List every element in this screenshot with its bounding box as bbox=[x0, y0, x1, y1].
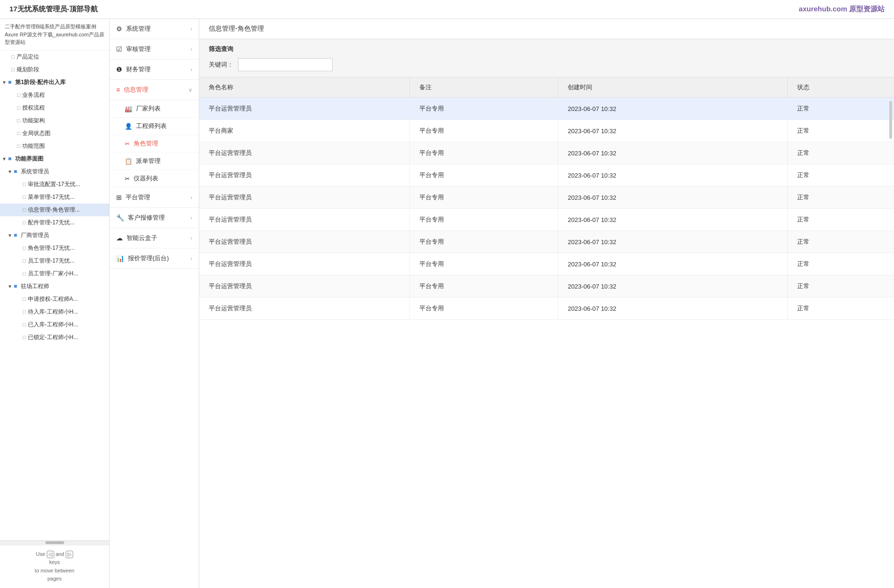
sidebar-item-菜单管理[interactable]: □ 菜单管理-17无忧... bbox=[0, 191, 109, 204]
page-icon: □ bbox=[17, 105, 20, 111]
sidebar-item-规划阶段[interactable]: □ 规划阶段 bbox=[0, 63, 109, 76]
nav-item-审核管理[interactable]: ☑ 审核管理 › bbox=[110, 39, 199, 60]
cell-created: 2023-06-07 10:32 bbox=[558, 187, 788, 209]
col-created: 创建时间 bbox=[558, 77, 788, 98]
cell-created: 2023-06-07 10:32 bbox=[558, 120, 788, 142]
sidebar-item-待入库[interactable]: □ 待入库-工程师小H... bbox=[0, 306, 109, 318]
sidebar-bottom-hint: Use ◁ and ▷ keys to move between pages bbox=[0, 545, 109, 588]
page-icon: □ bbox=[23, 322, 26, 327]
cell-role: 平台运营管理员 bbox=[199, 187, 409, 209]
sidebar-item-业务流程[interactable]: □ 业务流程 bbox=[0, 89, 109, 102]
nav-item-平台管理[interactable]: ⊞ 平台管理 › bbox=[110, 187, 199, 208]
cell-status: 正常 bbox=[788, 275, 894, 298]
sidebar-folder-engineer[interactable]: ▼ ■ 驻场工程师 bbox=[0, 280, 109, 293]
cell-status: 正常 bbox=[788, 164, 894, 187]
nav-item-信息管理[interactable]: ≡ 信息管理 ∨ bbox=[110, 80, 199, 100]
table-row[interactable]: 平台运营管理员 平台专用 2023-06-07 10:32 正常 bbox=[199, 164, 894, 187]
sidebar-item-授权流程[interactable]: □ 授权流程 bbox=[0, 102, 109, 114]
table-row[interactable]: 平台运营管理员 平台专用 2023-06-07 10:32 正常 bbox=[199, 298, 894, 320]
table-row[interactable]: 平台运营管理员 平台专用 2023-06-07 10:32 正常 bbox=[199, 98, 894, 120]
page-icon: □ bbox=[23, 271, 26, 276]
table-row[interactable]: 平台商家 平台专用 2023-06-07 10:32 正常 bbox=[199, 120, 894, 142]
nav-sub-item-角色管理[interactable]: ✂ 角色管理 bbox=[110, 135, 199, 153]
cell-note: 平台专用 bbox=[409, 98, 558, 120]
money-icon: ❶ bbox=[116, 66, 122, 73]
col-role-name: 角色名称 bbox=[199, 77, 409, 98]
chevron-right-icon: › bbox=[190, 26, 192, 32]
sidebar-item-配件管理[interactable]: □ 配件管理-17无忧... bbox=[0, 216, 109, 229]
chevron-right-icon: › bbox=[190, 235, 192, 241]
nav-item-智能云盒子[interactable]: ☁ 智能云盒子 › bbox=[110, 228, 199, 248]
keyword-input[interactable] bbox=[238, 58, 332, 71]
chevron-right-icon: › bbox=[190, 215, 192, 221]
cell-role: 平台运营管理员 bbox=[199, 209, 409, 231]
folder-icon: ■ bbox=[14, 232, 17, 239]
content-breadcrumb: 信息管理-角色管理 bbox=[199, 19, 894, 39]
sidebar-item-角色管理[interactable]: □ 角色管理-17无忧... bbox=[0, 242, 109, 255]
sidebar-item-功能范围[interactable]: □ 功能范围 bbox=[0, 140, 109, 153]
list-icon: ≡ bbox=[116, 86, 120, 94]
quote-icon: 📊 bbox=[116, 255, 124, 262]
sidebar-item-全局状态图[interactable]: □ 全局状态图 bbox=[0, 127, 109, 140]
sidebar-item-信息管理角色[interactable]: □ 信息管理-角色管理... bbox=[0, 204, 109, 216]
gear-icon: ⚙ bbox=[116, 25, 122, 33]
sidebar-item-申请授权[interactable]: □ 申请授权-工程师A... bbox=[0, 293, 109, 306]
cell-created: 2023-06-07 10:32 bbox=[558, 275, 788, 298]
sidebar-folder-phase1[interactable]: ▼ ■ 第1阶段-配件出入库 bbox=[0, 76, 109, 89]
sidebar-scroll-area[interactable]: □ 产品定位 □ 规划阶段 ▼ ■ 第1阶段-配件出入库 □ 业务流程 bbox=[0, 51, 109, 540]
nav-item-系统管理[interactable]: ⚙ 系统管理 › bbox=[110, 19, 199, 39]
table-row[interactable]: 平台运营管理员 平台专用 2023-06-07 10:32 正常 bbox=[199, 187, 894, 209]
keyword-label: 关键词： bbox=[209, 60, 233, 69]
cell-created: 2023-06-07 10:32 bbox=[558, 164, 788, 187]
main-layout: 二手配件管理B端系统产品原型模板案例Axure RP源文件下载_axurehub… bbox=[0, 19, 894, 588]
sidebar-item-已入库[interactable]: □ 已入库-工程师小H... bbox=[0, 318, 109, 331]
sidebar-folder-ui[interactable]: ▼ ■ 功能界面图 bbox=[0, 153, 109, 165]
nav-item-报价管理[interactable]: 📊 报价管理(后台) › bbox=[110, 248, 199, 269]
table-row[interactable]: 平台运营管理员 平台专用 2023-06-07 10:32 正常 bbox=[199, 209, 894, 231]
cell-created: 2023-06-07 10:32 bbox=[558, 209, 788, 231]
sidebar-item-审批流[interactable]: □ 审批流配置-17无忧... bbox=[0, 178, 109, 191]
sidebar-hscroll[interactable] bbox=[0, 540, 109, 545]
sidebar-item-功能架构[interactable]: □ 功能架构 bbox=[0, 114, 109, 127]
table-row[interactable]: 平台运营管理员 平台专用 2023-06-07 10:32 正常 bbox=[199, 142, 894, 164]
page-icon: □ bbox=[23, 296, 26, 302]
scroll-indicator[interactable] bbox=[889, 101, 892, 139]
table-row[interactable]: 平台运营管理员 平台专用 2023-06-07 10:32 正常 bbox=[199, 275, 894, 298]
folder-icon: ■ bbox=[8, 155, 11, 162]
cell-status: 正常 bbox=[788, 231, 894, 253]
sidebar-item-已锁定[interactable]: □ 已锁定-工程师小H... bbox=[0, 331, 109, 344]
sidebar-item-产品定位[interactable]: □ 产品定位 bbox=[0, 51, 109, 63]
sidebar-item-员工管理2[interactable]: □ 员工管理-厂家小H... bbox=[0, 267, 109, 280]
table-row[interactable]: 平台运营管理员 平台专用 2023-06-07 10:32 正常 bbox=[199, 231, 894, 253]
sidebar-folder-sysadmin[interactable]: ▼ ■ 系统管理员 bbox=[0, 165, 109, 178]
nav-sub-item-仪器列表[interactable]: ✂ 仪器列表 bbox=[110, 170, 199, 187]
cell-created: 2023-06-07 10:32 bbox=[558, 231, 788, 253]
cell-role: 平台运营管理员 bbox=[199, 231, 409, 253]
cell-status: 正常 bbox=[788, 120, 894, 142]
left-sidebar: 二手配件管理B端系统产品原型模板案例Axure RP源文件下载_axurehub… bbox=[0, 19, 110, 588]
arrow-icon: ▼ bbox=[2, 156, 7, 162]
cell-role: 平台运营管理员 bbox=[199, 98, 409, 120]
table-row[interactable]: 平台运营管理员 平台专用 2023-06-07 10:32 正常 bbox=[199, 253, 894, 275]
cell-note: 平台专用 bbox=[409, 231, 558, 253]
app-title: 17无忧系统管理员-顶部导航 bbox=[9, 5, 98, 14]
table-container[interactable]: 角色名称 备注 创建时间 状态 平台运营管理员 平台专用 2023-06-07 … bbox=[199, 77, 894, 588]
sidebar-item-员工管理1[interactable]: □ 员工管理-17无忧... bbox=[0, 255, 109, 267]
page-icon: □ bbox=[23, 220, 26, 225]
nav-sub-item-派单管理[interactable]: 📋 派单管理 bbox=[110, 153, 199, 170]
sidebar-folder-vendor[interactable]: ▼ ■ 厂商管理员 bbox=[0, 229, 109, 242]
cell-created: 2023-06-07 10:32 bbox=[558, 98, 788, 120]
nav-sub-item-工程师列表[interactable]: 👤 工程师列表 bbox=[110, 118, 199, 135]
arrow-icon: ▼ bbox=[8, 284, 12, 289]
nav-item-客户报修管理[interactable]: 🔧 客户报修管理 › bbox=[110, 208, 199, 228]
cell-note: 平台专用 bbox=[409, 298, 558, 320]
page-icon: □ bbox=[23, 334, 26, 340]
dispatch-icon: 📋 bbox=[125, 158, 132, 165]
repair-icon: 🔧 bbox=[116, 214, 124, 222]
page-icon: □ bbox=[17, 118, 20, 123]
nav-sub-item-厂家列表[interactable]: 🏭 厂家列表 bbox=[110, 100, 199, 118]
filter-row: 关键词： bbox=[209, 58, 885, 71]
cell-status: 正常 bbox=[788, 298, 894, 320]
nav-item-财务管理[interactable]: ❶ 财务管理 › bbox=[110, 60, 199, 80]
page-icon: □ bbox=[17, 92, 20, 98]
